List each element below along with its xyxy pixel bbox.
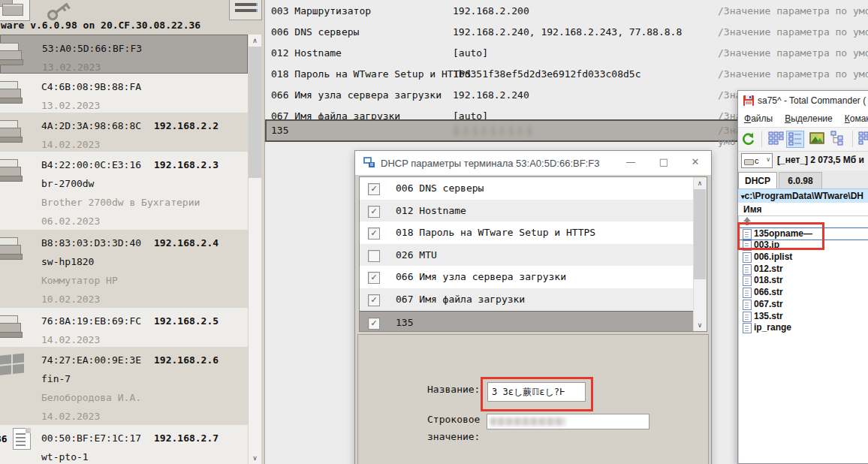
file-row[interactable]: 012.str — [739, 264, 868, 276]
scroll-thumb[interactable] — [249, 47, 261, 178]
menu-item-файлы[interactable]: Файлы — [744, 110, 773, 124]
dhcp-option-row[interactable]: ✓067 Имя файла загрузки — [360, 288, 694, 311]
menu-item-выделение[interactable]: Выделение — [785, 110, 833, 124]
terminal-date: 10.02.2023 — [41, 290, 245, 309]
drive-letter: c — [755, 156, 759, 165]
checkbox-checked[interactable]: ✓ — [368, 272, 380, 284]
hamburger-icon — [235, 9, 258, 12]
terminal-item[interactable]: B8:83:03:D3:3D:40192.168.2.4sw-hp1820Ком… — [0, 230, 248, 308]
terminal-item[interactable]: B4:22:00:0C:E3:16192.168.2.3br-2700dwBro… — [0, 152, 248, 230]
terminals-view-button[interactable] — [0, 0, 30, 21]
row-value: 192.168.2.200 — [453, 5, 529, 17]
toolbar-icon-partial[interactable] — [858, 131, 868, 148]
terminal-mac: B8:83:03:D3:3D:40 — [41, 234, 154, 252]
file-icon — [743, 288, 752, 298]
file-row[interactable]: 066.str — [739, 287, 868, 299]
maximize-button[interactable]: □ — [653, 151, 675, 173]
drive-selector[interactable]: c ∨ — [741, 153, 773, 168]
checkbox-unchecked[interactable] — [368, 250, 380, 262]
terminal-item[interactable]: C4:6B:08:9B:88:FA13.02.2023 — [0, 74, 248, 113]
table-row[interactable]: 003 Маршрутизатор192.168.2.200/Значение … — [265, 0, 868, 21]
tc-titlebar[interactable]: sa75^ - Total Commander ( — [738, 91, 868, 110]
edge-label: 36 — [0, 429, 8, 448]
file-row[interactable]: 067.str — [739, 299, 868, 311]
file-name: 018.str — [754, 275, 783, 285]
table-row[interactable]: 012 Hostname[auto]/Значение параметра по… — [265, 42, 868, 63]
row-comment: /Значение параметра по умо — [718, 26, 868, 38]
scroll-up-arrow[interactable]: ∧ — [694, 177, 706, 189]
sidebar: ware v.6.0.98 on 20.CF.30.08.22.36 53:A0… — [0, 0, 264, 464]
terminal-item[interactable]: 53:A0:5D:66:BF:F313.02.2023 — [0, 35, 248, 74]
floppy-disk-icon — [743, 95, 754, 108]
dhcp-option-row[interactable]: ✓066 Имя узла сервера загрузки — [360, 266, 694, 288]
terminal-mac: 00:50:BF:E7:1C:17 — [41, 429, 154, 447]
hamburger-menu-button[interactable] — [229, 0, 262, 20]
scroll-thumb[interactable] — [694, 189, 706, 279]
string-value-label-line2: значение: — [427, 431, 480, 442]
file-icon — [743, 276, 752, 286]
dialog-titlebar[interactable]: DHCP параметры терминала 53:A0:5D:66:BF:… — [355, 151, 711, 175]
menu-item-команд[interactable]: Команд — [845, 110, 868, 124]
table-row[interactable]: 018 Пароль на WTware Setup и HTTPS1bd351… — [265, 63, 868, 84]
row-label: 012 Hostname — [271, 47, 342, 59]
dhcp-option-row[interactable]: 026 MTU — [360, 244, 694, 267]
row-comment: /Значение параметра по умо — [718, 47, 868, 59]
annotation-rect-file — [737, 222, 824, 250]
tree-view-icon[interactable] — [830, 131, 848, 148]
dhcp-option-row[interactable]: ✓018 Пароль на WTware Setup и HTTPS — [360, 221, 694, 244]
obscured-string-value — [490, 417, 565, 426]
document-icon — [13, 428, 31, 450]
close-button[interactable]: ✕ — [684, 151, 707, 173]
row-value: [auto] — [453, 47, 488, 59]
sidebar-scrollbar[interactable]: ∧ ∨ — [249, 35, 261, 464]
dhcp-option-row[interactable]: ✓006 DNS серверы — [360, 177, 694, 200]
dialog-scrollbar[interactable]: ∧ ∨ — [693, 177, 707, 331]
tab-dhcp[interactable]: DHCP — [738, 172, 777, 188]
terminal-item[interactable]: 4A:2D:3A:98:68:8C192.168.2.214.02.2023 — [0, 113, 248, 152]
tc-toolbar — [738, 127, 868, 152]
column-header-name[interactable]: Имя — [738, 203, 868, 216]
checkbox-checked[interactable]: ✓ — [368, 294, 380, 306]
file-name: 135.str — [754, 311, 783, 321]
brief-view-icon[interactable] — [768, 131, 786, 148]
row-label: 006 DNS серверы — [271, 26, 359, 38]
checkbox-checked[interactable]: ✓ — [368, 183, 380, 195]
dhcp-option-row[interactable]: ✓012 Hostname — [360, 200, 694, 222]
terminal-item[interactable]: 76:8A:19:EB:69:FC192.168.2.514.02.2023 — [0, 308, 248, 347]
printer-icon — [0, 119, 26, 144]
file-row[interactable]: ip_range — [739, 322, 868, 334]
row-label: 135 — [271, 125, 288, 136]
file-row[interactable]: 135.str — [739, 311, 868, 323]
terminal-ip: 192.168.2.3 — [154, 159, 219, 170]
terminal-item[interactable]: 74:27:EA:00:9E:3E192.168.2.6fin-7Белобор… — [0, 347, 248, 425]
thumbnails-view-icon[interactable] — [809, 131, 827, 148]
dhcp-option-row[interactable]: ✓135 — [360, 311, 694, 332]
file-row[interactable]: 018.str — [739, 275, 868, 287]
computers-icon — [2, 4, 23, 16]
terminal-item[interactable]: 3600:50:BF:E7:1C:17192.168.2.7wt-pto-1Ры… — [0, 425, 248, 464]
option-label: 006 DNS серверы — [396, 182, 484, 194]
scroll-up-arrow[interactable]: ∧ — [249, 35, 261, 47]
table-row[interactable]: 006 DNS серверы192.168.2.240, 192.168.2.… — [265, 21, 868, 42]
file-row[interactable]: 006.iplist — [739, 252, 868, 264]
checkbox-checked[interactable]: ✓ — [368, 206, 380, 218]
row-comment: /Значение параметра по умо — [718, 68, 868, 80]
refresh-icon[interactable] — [740, 131, 758, 148]
minimize-button[interactable]: — — [619, 151, 642, 173]
scroll-down-arrow[interactable]: ∨ — [694, 319, 706, 331]
tab-6098[interactable]: 6.0.98 — [779, 172, 822, 188]
terminal-ip: 192.168.2.4 — [154, 237, 219, 249]
printer-icon — [0, 236, 26, 261]
checkbox-checked[interactable]: ✓ — [368, 318, 380, 330]
terminal-hostname: fin-7 — [41, 369, 245, 388]
tc-drive-bar: c ∨ [_нет_] 2 073,5 Мб и — [738, 151, 868, 170]
terminal-hostname: sw-hp1820 — [41, 252, 245, 271]
tc-path-bar[interactable]: ▾c:\ProgramData\WTware\DH — [738, 188, 868, 203]
scroll-down-arrow[interactable]: ∨ — [249, 452, 261, 464]
terminal-mac: 76:8A:19:EB:69:FC — [41, 312, 154, 330]
checkbox-checked[interactable]: ✓ — [368, 227, 380, 240]
full-view-icon[interactable] — [786, 131, 804, 148]
printer-icon — [0, 80, 26, 105]
option-label: 026 MTU — [396, 249, 437, 261]
terminal-date: 14.02.2023 — [41, 407, 245, 426]
